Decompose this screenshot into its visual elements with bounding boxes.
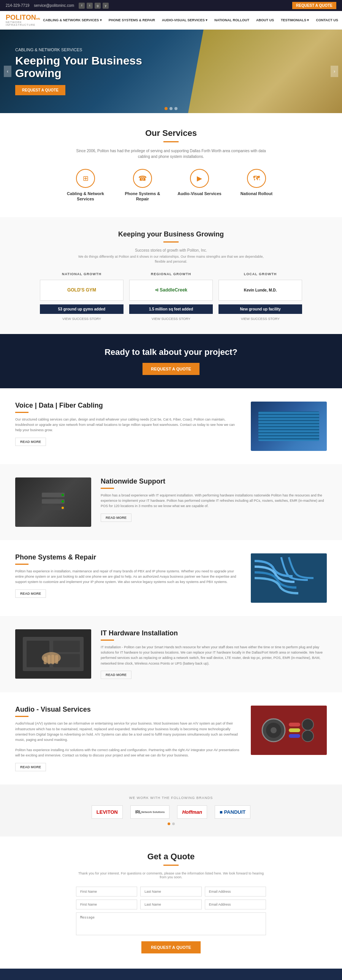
email-input[interactable] [205, 887, 266, 897]
svg-rect-16 [55, 655, 58, 664]
voice-data-title: Voice | Data | Fiber Cabling [15, 402, 241, 409]
hero-dot-2[interactable] [169, 107, 173, 110]
last-name-input[interactable] [140, 887, 201, 897]
nationwide-row: Nationwide Support Politon has a broad e… [15, 477, 327, 527]
nav-cabling[interactable]: CABLING & NETWORK SERVICES ▾ [40, 16, 104, 24]
first-name-input-2[interactable] [76, 899, 137, 909]
growth-logo-2: ⊲ SaddleCreek [129, 280, 213, 301]
growth-label-3: LOCAL GROWTH [219, 272, 302, 276]
voice-data-image [251, 402, 327, 451]
voice-data-line [15, 412, 29, 413]
av-text: Audio - Visual Services Audio/Visual (A/… [15, 706, 241, 771]
contact-section: Contact Us 📶 POLITON●N NETWORK INFRASTRU… [0, 969, 342, 980]
facebook-icon[interactable]: f [79, 3, 85, 9]
growth-desc: We do things differently at Politon and … [76, 254, 266, 264]
phone-read-more[interactable]: READ MORE [15, 589, 46, 598]
quote-submit-btn[interactable]: REQUEST A QUOTE [141, 941, 201, 953]
it-hardware-section: IT Hardware Installation IT Installation… [0, 616, 342, 693]
quote-title: Get a Quote [8, 852, 334, 862]
nav-about[interactable]: ABOUT US [253, 16, 277, 24]
svg-rect-14 [48, 655, 51, 664]
growth-link-1[interactable]: VIEW SUCCESS STORY [40, 317, 123, 321]
hardware-svg [15, 629, 91, 679]
brands-dot-1[interactable] [168, 822, 170, 825]
phone-number: 214-329-7719 [6, 3, 29, 8]
it-hardware-image [15, 629, 91, 679]
nationwide-read-more[interactable]: READ MORE [101, 514, 131, 522]
it-hardware-desc: IT Installation - Politon can be your Sm… [101, 644, 327, 667]
message-textarea[interactable] [76, 912, 266, 935]
svg-point-3 [62, 494, 64, 496]
svg-point-20 [270, 727, 276, 733]
svg-point-4 [62, 500, 64, 503]
growth-underline [163, 242, 179, 243]
phone-row: Phone Systems & Repair Politon has exper… [15, 554, 327, 603]
growth-stat-btn-1[interactable]: 53 ground up gyms added [40, 304, 123, 314]
first-name-input[interactable] [76, 887, 137, 897]
google-plus-icon[interactable]: g [94, 3, 101, 9]
cables-svg [251, 554, 327, 603]
av-img-bg [251, 706, 327, 755]
cta-title: Ready to talk about your project? [8, 347, 334, 357]
growth-link-3[interactable]: VIEW SUCCESS STORY [219, 317, 302, 321]
cables-image [251, 402, 327, 451]
service-card-cabling: ⊞ Cabling & Network Services [61, 169, 110, 202]
quote-section: Get a Quote Thank you for your interest.… [0, 837, 342, 969]
svg-rect-1 [42, 499, 65, 504]
nationwide-title: Nationwide Support [101, 477, 327, 485]
our-services-section: Our Services Since 2006, Politon has had… [0, 113, 342, 217]
av-desc: Audio/Visual (A/V) systems can be an inf… [15, 721, 241, 743]
growth-logo-text-2: ⊲ SaddleCreek [155, 287, 187, 293]
brands-dots [8, 822, 334, 825]
nationwide-desc: Politon has a broad experience with IT e… [101, 493, 327, 509]
national-name: National Rollout [232, 191, 281, 196]
av-svg [251, 706, 327, 755]
cta-content: Ready to talk about your project? REQUES… [8, 347, 334, 375]
email-input-2[interactable] [205, 899, 266, 909]
service-card-av: ▶ Audio-Visual Services [175, 169, 224, 202]
hero-request-btn[interactable]: REQUEST A QUOTE [15, 85, 66, 95]
nav-phone[interactable]: PHONE SYSTEMS & REPAIR [105, 16, 158, 24]
growth-link-2[interactable]: VIEW SUCCESS STORY [129, 317, 213, 321]
server-svg [38, 487, 69, 517]
svg-rect-15 [51, 655, 54, 664]
nav-national[interactable]: NATIONAL ROLLOUT [211, 16, 253, 24]
growth-title: Keeping your Business Growing [8, 231, 334, 239]
nav-testimonials[interactable]: TESTIMONIALS ▾ [278, 16, 312, 24]
brands-dot-2[interactable] [172, 822, 175, 825]
quote-form: REQUEST A QUOTE [76, 887, 266, 953]
voice-data-read-more[interactable]: READ MORE [15, 438, 46, 446]
hero-arrows: ‹ › [0, 66, 342, 77]
nav-contact[interactable]: CONTACT US [313, 16, 341, 24]
nationwide-section: Nationwide Support Politon has a broad e… [0, 464, 342, 540]
youtube-icon[interactable]: y [102, 3, 109, 9]
top-request-btn[interactable]: REQUEST A QUOTE [292, 2, 336, 9]
phone-image [251, 554, 327, 603]
growth-label-1: NATIONAL GROWTH [40, 272, 123, 276]
phone-section: Phone Systems & Repair Politon has exper… [0, 540, 342, 616]
hero-next-btn[interactable]: › [331, 66, 338, 77]
quote-desc: Thank you for your interest. For questio… [76, 872, 266, 879]
it-hardware-read-more[interactable]: READ MORE [101, 671, 131, 679]
services-title: Our Services [8, 128, 334, 138]
av-read-more[interactable]: READ MORE [15, 763, 46, 771]
national-icon: 🗺 [247, 169, 266, 188]
hero-dot-3[interactable] [174, 107, 177, 110]
cabling-icon: ⊞ [76, 169, 95, 188]
growth-label-2: REGIONAL GROWTH [129, 272, 213, 276]
growth-stat-btn-2[interactable]: 1.5 million sq feet added [129, 304, 213, 314]
growth-stat-btn-3[interactable]: New ground up facility [219, 304, 302, 314]
header: POLITON●N NETWORK INFRASTRUCTURE CABLING… [0, 11, 342, 30]
hero-dot-1[interactable] [165, 107, 168, 110]
twitter-icon[interactable]: t [86, 3, 93, 9]
nav-av[interactable]: AUDIO-VISUAL SERVICES ▾ [159, 16, 211, 24]
brands-label: WE WORK WITH THE FOLLOWING BRANDS [8, 796, 334, 800]
av-row: Audio - Visual Services Audio/Visual (A/… [15, 706, 327, 771]
last-name-input-2[interactable] [140, 899, 201, 909]
growth-logo-3: Kevin Lunde, M.D. [219, 280, 302, 301]
it-hardware-title: IT Hardware Installation [101, 629, 327, 637]
cta-request-btn[interactable]: REQUEST A QUOTE [142, 363, 200, 375]
hero-prev-btn[interactable]: ‹ [4, 66, 11, 77]
brand-hoffman: Hoffman [177, 805, 207, 819]
brand-panduit: ■ PANDUIT [215, 805, 251, 819]
